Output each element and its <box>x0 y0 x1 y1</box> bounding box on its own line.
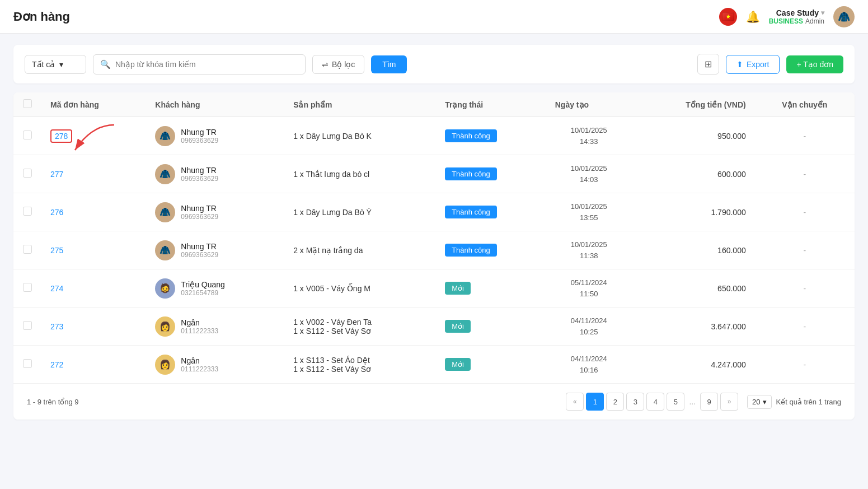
filter-select[interactable]: Tất cả ▾ <box>25 55 86 74</box>
table-row: 277 🧥 Nhung TR 0969363629 1 x Thắt lưng … <box>13 155 855 193</box>
avatar[interactable]: 🧥 <box>833 6 855 27</box>
customer-cell: 🧥 Nhung TR 0969363629 <box>146 193 284 231</box>
customer-phone: 0111222333 <box>181 365 218 373</box>
date-cell: 10/01/202514:33 <box>546 117 632 155</box>
row-checkbox[interactable] <box>23 321 32 330</box>
customer-phone: 0969363629 <box>181 251 218 259</box>
product-cell: 1 x V005 - Váy Ống M <box>284 269 436 308</box>
order-id-link[interactable]: 272 <box>50 360 63 369</box>
row-checkbox-cell <box>13 308 41 346</box>
filter-button[interactable]: ⇌ Bộ lọc <box>312 55 364 74</box>
order-id-cell[interactable]: 276 <box>41 193 146 231</box>
pagination-info: 1 - 9 trên tổng 9 <box>27 398 79 406</box>
customer-name: Nhung TR <box>181 128 218 137</box>
customer-avatar: 🧥 <box>155 126 175 146</box>
search-icon: 🔍 <box>100 59 111 69</box>
order-id-cell[interactable]: 272 <box>41 346 146 384</box>
columns-button[interactable]: ⊞ <box>697 54 719 74</box>
customer-name: Nhung TR <box>181 242 218 251</box>
page-1-button[interactable]: 1 <box>586 393 604 411</box>
date-cell: 10/01/202514:03 <box>546 155 632 193</box>
page-next-next-button[interactable]: » <box>720 393 738 411</box>
page-prev-prev-button[interactable]: « <box>566 393 584 411</box>
amount-cell: 600.000 <box>632 155 755 193</box>
table-header: Mã đơn hàng Khách hàng Sản phẩm Trạng th… <box>13 92 855 117</box>
user-store-name: Case Study ▾ <box>776 8 824 17</box>
row-checkbox[interactable] <box>23 245 32 254</box>
row-checkbox[interactable] <box>23 131 32 139</box>
amount-cell: 1.790.000 <box>632 193 755 231</box>
per-page-select[interactable]: 20 ▾ <box>747 395 771 409</box>
header: Đơn hàng 🇻🇳 🔔 Case Study ▾ BUSINESS Admi… <box>0 0 868 34</box>
date-cell: 04/11/202410:16 <box>546 346 632 384</box>
order-id-link[interactable]: 276 <box>50 208 63 217</box>
page-5-button[interactable]: 5 <box>667 393 684 411</box>
order-id-cell[interactable]: 277 <box>41 155 146 193</box>
product-cell: 1 x Thắt lưng da bò cl <box>284 155 436 193</box>
date-cell: 04/11/202410:25 <box>546 308 632 346</box>
search-button[interactable]: Tìm <box>371 55 407 73</box>
flag-icon[interactable]: 🇻🇳 <box>719 8 737 26</box>
col-product: Sản phẩm <box>284 92 436 117</box>
status-badge: Mới <box>445 358 471 371</box>
page-3-button[interactable]: 3 <box>626 393 644 411</box>
user-info: Case Study ▾ BUSINESS Admin <box>769 8 824 25</box>
table-row: 275 🧥 Nhung TR 0969363629 2 x Mặt nạ trắ… <box>13 231 855 269</box>
table-row: 273 👩 Ngân 0111222333 1 x V002 - Váy Đen… <box>13 308 855 346</box>
order-id-cell[interactable]: 274 <box>41 269 146 308</box>
status-cell: Mới <box>436 346 546 384</box>
table-scroll: Mã đơn hàng Khách hàng Sản phẩm Trạng th… <box>13 92 855 383</box>
row-checkbox-cell <box>13 117 41 155</box>
customer-avatar: 🧥 <box>155 164 175 184</box>
row-checkbox-cell <box>13 269 41 308</box>
filter-btn-label: Bộ lọc <box>332 60 355 69</box>
search-input[interactable] <box>115 60 298 69</box>
orders-table-container: Mã đơn hàng Khách hàng Sản phẩm Trạng th… <box>13 92 855 420</box>
shipping-cell: - <box>755 155 855 193</box>
export-label: Export <box>747 60 769 69</box>
create-order-button[interactable]: + Tạo đơn <box>786 55 843 73</box>
col-date: Ngày tạo <box>546 92 632 117</box>
filter-select-arrow: ▾ <box>59 60 63 69</box>
customer-avatar: 🧥 <box>155 202 175 222</box>
bell-icon[interactable]: 🔔 <box>746 10 760 24</box>
table-row: 276 🧥 Nhung TR 0969363629 1 x Dây Lưng D… <box>13 193 855 231</box>
order-id-highlighted[interactable]: 278 <box>50 129 72 143</box>
order-id-link[interactable]: 275 <box>50 246 63 255</box>
table-body: 278 🧥 Nhung TR 0969363629 1 x Dây Lưng D… <box>13 117 855 384</box>
user-role-admin: Admin <box>805 17 824 25</box>
amount-cell: 650.000 <box>632 269 755 308</box>
customer-cell: 🧥 Nhung TR 0969363629 <box>146 117 284 155</box>
select-all-checkbox[interactable] <box>23 99 32 108</box>
order-id-link[interactable]: 277 <box>50 170 63 179</box>
status-cell: Mới <box>436 269 546 308</box>
page-2-button[interactable]: 2 <box>606 393 624 411</box>
toolbar: Tất cả ▾ 🔍 ⇌ Bộ lọc Tìm ⊞ ⬆ Export + Tạo… <box>13 45 855 83</box>
product-cell: 1 x V002 - Váy Đen Ta1 x S112 - Set Váy … <box>284 308 436 346</box>
page-9-button[interactable]: 9 <box>700 393 718 411</box>
columns-icon: ⊞ <box>705 59 712 69</box>
orders-table: Mã đơn hàng Khách hàng Sản phẩm Trạng th… <box>13 92 855 383</box>
col-order-id: Mã đơn hàng <box>41 92 146 117</box>
row-checkbox[interactable] <box>23 169 32 178</box>
row-checkbox[interactable] <box>23 207 32 216</box>
order-id-cell[interactable]: 275 <box>41 231 146 269</box>
row-checkbox[interactable] <box>23 359 32 368</box>
col-shipping: Vận chuyển <box>755 92 855 117</box>
page-4-button[interactable]: 4 <box>646 393 664 411</box>
customer-name: Nhung TR <box>181 204 218 213</box>
order-id-link[interactable]: 273 <box>50 322 63 331</box>
col-status: Trạng thái <box>436 92 546 117</box>
order-id-cell[interactable]: 278 <box>41 117 146 155</box>
filter-select-label: Tất cả <box>32 60 55 69</box>
amount-cell: 160.000 <box>632 231 755 269</box>
export-button[interactable]: ⬆ Export <box>726 55 780 74</box>
status-badge: Thành công <box>445 129 497 142</box>
shipping-cell: - <box>755 308 855 346</box>
product-cell: 1 x Dây Lưng Da Bò K <box>284 117 436 155</box>
order-id-cell[interactable]: 273 <box>41 308 146 346</box>
order-id-link[interactable]: 274 <box>50 284 63 293</box>
customer-phone: 0969363629 <box>181 137 218 145</box>
dropdown-arrow-icon[interactable]: ▾ <box>821 9 824 17</box>
row-checkbox[interactable] <box>23 283 32 292</box>
